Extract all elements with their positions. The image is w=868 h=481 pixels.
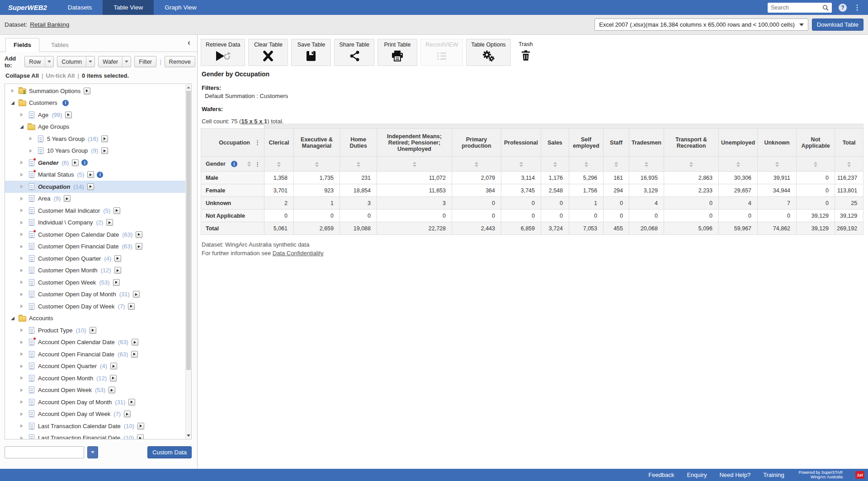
add-field-arrow-button[interactable] [128, 399, 135, 406]
sort-cell-tradesmen[interactable] [629, 157, 664, 172]
col-header-primary-production[interactable]: Primary production [452, 129, 501, 157]
sort-icon[interactable] [614, 162, 618, 167]
expand-node-icon[interactable] [19, 364, 24, 368]
tree-item-marital-status[interactable]: *Marital Status(5) [5, 169, 185, 181]
col-header-unknown[interactable]: Unknown [758, 129, 797, 157]
tree-item-area[interactable]: Area(9) [5, 193, 185, 205]
add-field-arrow-button[interactable] [101, 135, 108, 142]
download-table-button[interactable]: Download Table [812, 19, 863, 31]
expand-node-icon[interactable] [19, 328, 24, 332]
wafer-dropdown-caret[interactable] [122, 56, 131, 67]
sort-cell-clerical[interactable] [264, 157, 294, 172]
footer-link-enquiry[interactable]: Enquiry [687, 472, 707, 478]
tree-item-account-open-month[interactable]: Account Open Month(12) [5, 372, 185, 384]
expand-node-icon[interactable] [19, 376, 24, 380]
col-header-transport-recreation[interactable]: Transport & Recreation [664, 129, 719, 157]
collapse-node-icon[interactable] [19, 125, 24, 129]
row-menu-icon[interactable]: ⋮ [255, 161, 260, 167]
add-field-arrow-button[interactable] [124, 411, 131, 417]
add-field-arrow-button[interactable] [64, 195, 71, 202]
collapse-sidebar-icon[interactable]: ‹ [188, 38, 190, 47]
column-menu-icon[interactable]: ⋮ [255, 140, 260, 145]
tree-item-customer-open-calendar-date[interactable]: *Customer Open Calendar Date(63) [5, 229, 185, 241]
add-field-arrow-button[interactable] [72, 159, 79, 166]
tree-item-gender[interactable]: *Gender(6) [5, 157, 185, 169]
search-icon[interactable] [822, 5, 829, 11]
add-field-arrow-button[interactable] [101, 147, 108, 154]
add-field-arrow-button[interactable] [106, 219, 113, 226]
add-field-arrow-button[interactable] [131, 351, 138, 358]
expand-node-icon[interactable] [9, 89, 15, 93]
share-table-button[interactable]: Share Table [334, 39, 374, 66]
col-header-sales[interactable]: Sales [541, 129, 569, 157]
add-field-arrow-button[interactable] [133, 291, 140, 298]
custom-data-input[interactable] [5, 446, 84, 458]
retrieve-data-button[interactable]: Retrieve Data [201, 39, 245, 66]
sort-cell-total[interactable] [835, 157, 863, 172]
sort-cell-transport-recreation[interactable] [664, 157, 719, 172]
filter-button[interactable]: Filter [134, 56, 156, 67]
sort-icon[interactable] [585, 162, 588, 167]
column-dropdown-caret[interactable] [86, 56, 94, 67]
footer-link-need-help[interactable]: Need Help? [719, 472, 750, 478]
tree-item-account-open-quarter[interactable]: Account Open Quarter(4) [5, 360, 185, 373]
scrollbar-thumb[interactable] [186, 91, 191, 370]
trash-button[interactable]: Trash [514, 39, 538, 66]
expand-node-icon[interactable] [19, 113, 24, 117]
print-table-button[interactable]: Print Table [377, 39, 417, 66]
sort-icon[interactable] [247, 161, 251, 167]
add-field-arrow-button[interactable] [136, 243, 142, 250]
collapse-node-icon[interactable] [9, 317, 15, 320]
sort-icon[interactable] [645, 162, 648, 167]
sort-cell-sales[interactable] [541, 157, 569, 172]
col-header-total[interactable]: Total [835, 129, 863, 157]
custom-data-dropdown-button[interactable] [87, 446, 98, 458]
sort-cell-primary-production[interactable] [452, 157, 501, 172]
expand-node-icon[interactable] [19, 400, 24, 404]
add-field-arrow-button[interactable] [128, 303, 135, 310]
tree-item-account-open-day-of-week[interactable]: Account Open Day of Week(7) [5, 408, 185, 420]
col-header-staff[interactable]: Staff [604, 129, 629, 157]
col-header-home-duties[interactable]: Home Duties [340, 129, 377, 157]
tree-item-age[interactable]: Age(99) [5, 109, 185, 121]
sort-cell-home-duties[interactable] [340, 157, 377, 172]
tree-item-occupation[interactable]: Occupation(14) [5, 181, 185, 193]
tree-item-accounts[interactable]: Accounts [5, 313, 185, 325]
sort-cell-not-applicable[interactable] [797, 157, 835, 172]
collapse-all-link[interactable]: Collapse All [5, 72, 39, 79]
expand-node-icon[interactable] [19, 388, 24, 392]
sort-icon[interactable] [475, 162, 478, 167]
tree-item-10-years-group[interactable]: 10 Years Group(9) [5, 145, 185, 157]
add-field-arrow-button[interactable] [87, 171, 94, 178]
footer-link-feedback[interactable]: Feedback [648, 472, 674, 478]
help-icon[interactable]: ? [839, 4, 847, 12]
add-field-arrow-button[interactable] [114, 267, 121, 274]
search-box[interactable] [768, 3, 832, 13]
expand-node-icon[interactable] [19, 221, 24, 224]
expand-node-icon[interactable] [19, 293, 24, 296]
clear-table-button[interactable]: Clear Table [248, 39, 288, 66]
scrollbar-down-arrow-icon[interactable] [186, 433, 191, 439]
sort-cell-self-employed[interactable] [569, 157, 604, 172]
tree-item-summation-options[interactable]: Summation Options [5, 85, 185, 97]
add-field-arrow-button[interactable] [137, 423, 144, 430]
expand-node-icon[interactable] [19, 233, 24, 236]
row-dimension-header[interactable]: Gender⋮ [201, 157, 264, 172]
expand-node-icon[interactable] [19, 173, 24, 177]
add-to-wafer-button[interactable]: Wafer [98, 56, 131, 67]
add-field-arrow-button[interactable] [84, 88, 90, 94]
tree-item-last-transaction-financial-date[interactable]: Last Transaction Financial Date(10) [5, 432, 185, 440]
row-header-total[interactable]: Total [201, 222, 264, 235]
tree-item-customer-open-month[interactable]: Customer Open Month(12) [5, 265, 185, 277]
add-field-arrow-button[interactable] [114, 255, 121, 262]
add-field-arrow-button[interactable] [65, 112, 72, 118]
row-header-unknown[interactable]: Unknown [201, 197, 264, 210]
expand-node-icon[interactable] [19, 424, 24, 428]
col-header-clerical[interactable]: Clerical [264, 129, 294, 157]
tab-tables[interactable]: Tables [43, 38, 76, 52]
sort-icon[interactable] [519, 162, 523, 167]
sort-icon[interactable] [814, 162, 817, 167]
row-header-not-applicable[interactable]: Not Applicable [201, 210, 264, 222]
sort-cell-unemployed[interactable] [719, 157, 758, 172]
tree-item-account-open-day-of-month[interactable]: Account Open Day of Month(31) [5, 396, 185, 408]
